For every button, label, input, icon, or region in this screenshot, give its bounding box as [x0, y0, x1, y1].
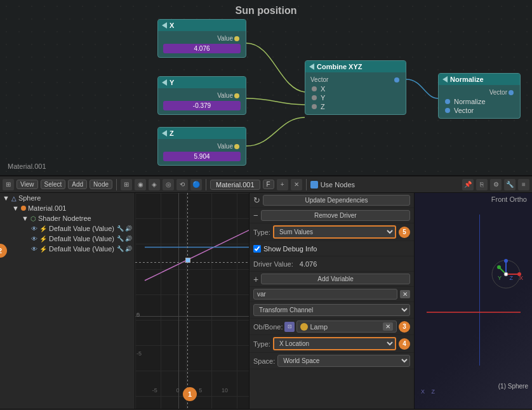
node-y-value-bar[interactable]: -0.379 [163, 101, 241, 110]
ob-bone-row: Ob/Bone: ⊡ Lamp ✕ 3 [249, 319, 414, 335]
use-nodes-checkbox[interactable] [310, 181, 318, 188]
node-combine-collapse-icon[interactable] [309, 63, 314, 70]
header-add-btn[interactable]: Add [68, 180, 87, 189]
x-axis-label: X [519, 275, 523, 281]
header-grid-icon[interactable]: ⊞ [121, 179, 132, 190]
node-normalize-collapse-icon[interactable] [442, 76, 448, 83]
header-plus-icon[interactable]: + [277, 179, 288, 190]
outliner-item-value1[interactable]: 👁 ⚡ Default Value (Value) 🔧 🔊 [0, 223, 135, 234]
header-extra-icon[interactable]: ≡ [518, 179, 529, 190]
speaker-icon-1[interactable]: 🔊 [125, 225, 132, 232]
bottom-section: 2 ▼ △ Sphere ▼ Material.001 ▼ ⬡ Shader N… [0, 193, 532, 409]
lamp-box: Lamp ✕ [296, 321, 397, 333]
header-tools-icon[interactable]: 🔧 [504, 179, 515, 190]
graph-dashed-v [187, 193, 188, 409]
node-normalize-output-socket[interactable] [509, 90, 514, 95]
material-name-box[interactable]: Material.001 [210, 180, 260, 190]
header-mode-icon[interactable]: ⊞ [3, 179, 14, 190]
node-combine-header: Combine XYZ [305, 61, 406, 72]
node-y-collapse-icon[interactable] [162, 79, 167, 86]
outliner-value2-label: Default Value (Value) [49, 235, 114, 242]
type2-label: Type: [253, 340, 270, 348]
eye-icon-2[interactable]: 👁 [31, 235, 37, 242]
node-x-collapse-icon[interactable] [162, 22, 167, 29]
type2-select[interactable]: X Location [273, 337, 396, 350]
viewport-sphere-label: (1) Sphere [498, 383, 528, 390]
node-combine-body: Vector X Y Z [305, 72, 406, 114]
wrench-icon-1[interactable]: 🔧 [117, 225, 124, 232]
speaker-icon-3[interactable]: 🔊 [125, 246, 132, 252]
header-overlay-icon[interactable]: ◎ [163, 179, 174, 190]
node-x-label: X [170, 22, 174, 29]
node-y[interactable]: Y Value -0.379 [157, 76, 246, 115]
node-normalize[interactable]: Normalize Vector Normalize Vector [438, 73, 521, 119]
node-z-output-socket[interactable] [234, 144, 239, 149]
remove-driver-btn[interactable]: Remove Driver [261, 210, 410, 221]
node-combine-x-socket[interactable] [312, 86, 317, 91]
outliner-value2-icons: 🔧 🔊 [117, 235, 132, 242]
var-remove-btn[interactable]: ✕ [400, 290, 410, 298]
outliner-item-value3[interactable]: 👁 ⚡ Default Value (Value) 🔧 🔊 [0, 244, 135, 254]
eye-icon-1[interactable]: 👁 [31, 225, 37, 232]
node-normalize-header: Normalize [439, 74, 520, 85]
outliner-item-value2[interactable]: 👁 ⚡ Default Value (Value) 🔧 🔊 [0, 234, 135, 244]
lamp-icon [300, 323, 308, 331]
minus-icon: − [253, 211, 258, 220]
header-render-icon[interactable]: ◉ [135, 179, 146, 190]
node-x-body: Value 4.076 [158, 31, 246, 57]
node-combine-z-socket[interactable] [312, 104, 317, 109]
add-variable-btn[interactable]: Add Variable [261, 274, 410, 284]
outliner-item-material[interactable]: ▼ Material.001 [0, 203, 135, 213]
node-normalize-vector-in-socket[interactable] [445, 108, 450, 113]
header-pin-icon[interactable]: 📌 [462, 179, 474, 190]
header-view-btn[interactable]: View [17, 180, 38, 189]
node-x[interactable]: X Value 4.076 [157, 19, 246, 58]
update-dependencies-btn[interactable]: Update Dependencies [263, 195, 410, 206]
axes-gizmo [490, 258, 522, 291]
node-editor: Sun position X Value 4.076 Y Value -0.37… [0, 0, 532, 176]
node-combine-y-socket[interactable] [312, 95, 317, 100]
header-x-icon[interactable]: ✕ [291, 179, 302, 190]
node-combine-xyz[interactable]: Combine XYZ Vector X Y Z [305, 60, 406, 115]
outliner-item-sphere[interactable]: ▼ △ Sphere [0, 193, 135, 203]
graph-editor[interactable]: 5 0 -5 -5 0 5 10 1 [135, 193, 249, 409]
wrench-icon-2[interactable]: 🔧 [117, 235, 124, 242]
speaker-icon-2[interactable]: 🔊 [125, 235, 132, 242]
var-input[interactable] [253, 289, 397, 300]
outliner-item-nodetree[interactable]: ▼ ⬡ Shader Nodetree [0, 213, 135, 223]
show-debug-checkbox[interactable] [253, 245, 261, 253]
transform-channel-select[interactable]: Transform Channel [253, 304, 410, 316]
viewport-bg [415, 193, 532, 409]
header-gizmo-icon[interactable]: ⟲ [176, 179, 188, 190]
node-z[interactable]: Z Value 5.904 [157, 127, 246, 166]
header-copy-icon[interactable]: ⎘ [476, 179, 488, 190]
material-dot-icon [21, 206, 26, 211]
node-normalize-input-socket[interactable] [445, 99, 450, 104]
header-select-btn[interactable]: Select [41, 180, 66, 189]
header-shading-icon[interactable]: ◈ [149, 179, 160, 190]
node-z-value-bar[interactable]: 5.904 [163, 152, 241, 161]
node-z-collapse-icon[interactable] [162, 130, 167, 136]
node-combine-vector-output[interactable] [394, 77, 399, 83]
wrench-icon-3[interactable]: 🔧 [117, 246, 124, 252]
space-select[interactable]: World Space [277, 355, 410, 367]
header-settings-icon[interactable]: ⚙ [490, 179, 502, 190]
badge-3: 3 [399, 321, 410, 333]
graph-num-5-neg: -5 [136, 350, 142, 357]
outliner-value1-icons: 🔧 🔊 [117, 225, 132, 232]
header-f-btn[interactable]: F [263, 180, 274, 189]
keyframe-dot[interactable] [185, 258, 190, 263]
eye-icon-3[interactable]: 👁 [31, 246, 37, 253]
type-select[interactable]: Sum Values [273, 225, 396, 239]
outliner-material-label: Material.001 [28, 204, 67, 212]
header-snap-icon[interactable]: 🔵 [190, 179, 202, 190]
lamp-remove-btn[interactable]: ✕ [383, 322, 393, 331]
node-x-value-bar[interactable]: 4.076 [163, 44, 241, 53]
node-x-output-socket[interactable] [234, 36, 239, 41]
header-node-btn[interactable]: Node [90, 180, 112, 189]
type2-row: Type: X Location 4 [249, 335, 414, 353]
show-debug-row: Show Debug Info [249, 241, 414, 256]
node-y-output-socket[interactable] [234, 93, 239, 98]
node-combine-z-input: Z [310, 103, 401, 110]
node-z-label: Z [170, 129, 174, 137]
